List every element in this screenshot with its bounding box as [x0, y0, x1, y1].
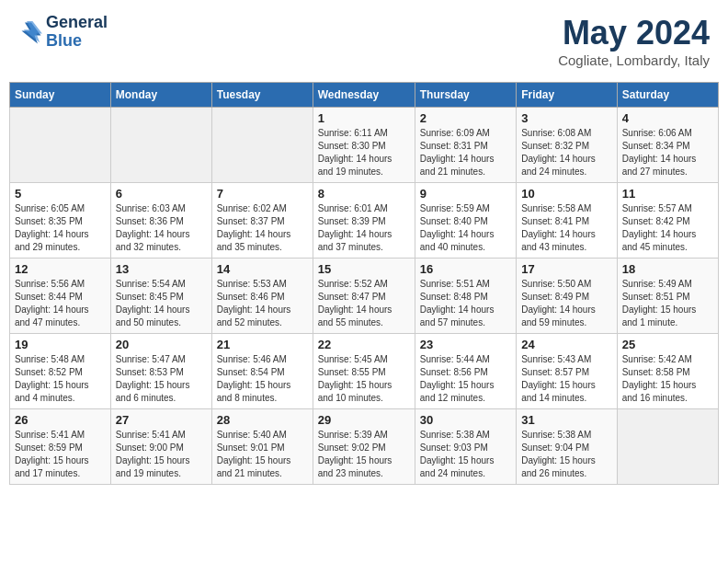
- day-number: 3: [521, 111, 612, 125]
- calendar-cell: 27Sunrise: 5:41 AM Sunset: 9:00 PM Dayli…: [110, 409, 211, 485]
- calendar-cell: 19Sunrise: 5:48 AM Sunset: 8:52 PM Dayli…: [10, 334, 111, 409]
- location-subtitle: Cogliate, Lombardy, Italy: [558, 52, 710, 68]
- calendar-week-4: 19Sunrise: 5:48 AM Sunset: 8:52 PM Dayli…: [10, 334, 719, 409]
- day-info: Sunrise: 5:52 AM Sunset: 8:47 PM Dayligh…: [318, 278, 410, 329]
- calendar-cell: 30Sunrise: 5:38 AM Sunset: 9:03 PM Dayli…: [415, 409, 516, 485]
- day-number: 27: [116, 413, 207, 427]
- day-number: 18: [622, 262, 713, 276]
- calendar-week-3: 12Sunrise: 5:56 AM Sunset: 8:44 PM Dayli…: [10, 259, 719, 334]
- calendar-cell: 5Sunrise: 6:05 AM Sunset: 8:35 PM Daylig…: [10, 183, 111, 259]
- calendar-cell: 20Sunrise: 5:47 AM Sunset: 8:53 PM Dayli…: [110, 334, 211, 409]
- day-info: Sunrise: 5:47 AM Sunset: 8:53 PM Dayligh…: [116, 353, 207, 405]
- day-number: 9: [420, 187, 511, 201]
- calendar-cell: 3Sunrise: 6:08 AM Sunset: 8:32 PM Daylig…: [517, 108, 618, 183]
- calendar-cell: 21Sunrise: 5:46 AM Sunset: 8:54 PM Dayli…: [211, 334, 313, 409]
- day-number: 21: [217, 338, 308, 351]
- logo-line1: General: [46, 14, 108, 32]
- day-number: 30: [420, 413, 511, 427]
- calendar-cell: 24Sunrise: 5:43 AM Sunset: 8:57 PM Dayli…: [517, 334, 618, 409]
- day-number: 1: [318, 111, 410, 125]
- title-block: May 2024 Cogliate, Lombardy, Italy: [558, 14, 710, 68]
- day-number: 4: [622, 111, 713, 125]
- day-info: Sunrise: 6:11 AM Sunset: 8:30 PM Dayligh…: [318, 127, 410, 178]
- day-info: Sunrise: 5:59 AM Sunset: 8:40 PM Dayligh…: [420, 202, 511, 254]
- weekday-header-wednesday: Wednesday: [313, 83, 415, 108]
- weekday-header-friday: Friday: [517, 83, 618, 108]
- calendar-cell: 6Sunrise: 6:03 AM Sunset: 8:36 PM Daylig…: [110, 183, 211, 259]
- day-number: 10: [521, 187, 612, 201]
- weekday-header-thursday: Thursday: [415, 83, 516, 108]
- day-number: 2: [420, 111, 511, 125]
- day-info: Sunrise: 5:45 AM Sunset: 8:55 PM Dayligh…: [318, 353, 410, 405]
- calendar-cell: 11Sunrise: 5:57 AM Sunset: 8:42 PM Dayli…: [617, 183, 718, 259]
- logo: General Blue: [18, 14, 108, 51]
- day-info: Sunrise: 5:40 AM Sunset: 9:01 PM Dayligh…: [217, 429, 308, 480]
- day-info: Sunrise: 5:42 AM Sunset: 8:58 PM Dayligh…: [622, 353, 713, 405]
- day-info: Sunrise: 5:38 AM Sunset: 9:03 PM Dayligh…: [420, 429, 511, 480]
- day-info: Sunrise: 5:50 AM Sunset: 8:49 PM Dayligh…: [521, 278, 612, 329]
- day-info: Sunrise: 5:43 AM Sunset: 8:57 PM Dayligh…: [521, 353, 612, 405]
- day-number: 24: [521, 338, 612, 351]
- day-number: 20: [116, 338, 207, 351]
- day-number: 26: [15, 413, 106, 427]
- calendar-cell: [211, 108, 313, 183]
- calendar-cell: 15Sunrise: 5:52 AM Sunset: 8:47 PM Dayli…: [313, 259, 415, 334]
- calendar-cell: 1Sunrise: 6:11 AM Sunset: 8:30 PM Daylig…: [313, 108, 415, 183]
- calendar-cell: 13Sunrise: 5:54 AM Sunset: 8:45 PM Dayli…: [110, 259, 211, 334]
- calendar-cell: 8Sunrise: 6:01 AM Sunset: 8:39 PM Daylig…: [313, 183, 415, 259]
- day-info: Sunrise: 6:09 AM Sunset: 8:31 PM Dayligh…: [420, 127, 511, 178]
- day-number: 22: [318, 338, 410, 351]
- day-number: 16: [420, 262, 511, 276]
- calendar-cell: 4Sunrise: 6:06 AM Sunset: 8:34 PM Daylig…: [617, 108, 718, 183]
- calendar-header-row: SundayMondayTuesdayWednesdayThursdayFrid…: [10, 83, 719, 108]
- day-info: Sunrise: 6:02 AM Sunset: 8:37 PM Dayligh…: [217, 202, 308, 254]
- day-info: Sunrise: 5:51 AM Sunset: 8:48 PM Dayligh…: [420, 278, 511, 329]
- day-info: Sunrise: 6:08 AM Sunset: 8:32 PM Dayligh…: [521, 127, 612, 178]
- day-info: Sunrise: 5:38 AM Sunset: 9:04 PM Dayligh…: [521, 429, 612, 480]
- calendar-cell: 2Sunrise: 6:09 AM Sunset: 8:31 PM Daylig…: [415, 108, 516, 183]
- day-number: 17: [521, 262, 612, 276]
- calendar-body: 1Sunrise: 6:11 AM Sunset: 8:30 PM Daylig…: [10, 108, 719, 485]
- calendar-cell: 12Sunrise: 5:56 AM Sunset: 8:44 PM Dayli…: [10, 259, 111, 334]
- weekday-header-tuesday: Tuesday: [211, 83, 313, 108]
- calendar-cell: 17Sunrise: 5:50 AM Sunset: 8:49 PM Dayli…: [517, 259, 618, 334]
- day-number: 28: [217, 413, 308, 427]
- day-info: Sunrise: 6:03 AM Sunset: 8:36 PM Dayligh…: [116, 202, 207, 254]
- calendar-cell: 22Sunrise: 5:45 AM Sunset: 8:55 PM Dayli…: [313, 334, 415, 409]
- calendar-cell: 29Sunrise: 5:39 AM Sunset: 9:02 PM Dayli…: [313, 409, 415, 485]
- day-info: Sunrise: 6:01 AM Sunset: 8:39 PM Dayligh…: [318, 202, 410, 254]
- day-info: Sunrise: 5:48 AM Sunset: 8:52 PM Dayligh…: [15, 353, 106, 405]
- day-info: Sunrise: 6:05 AM Sunset: 8:35 PM Dayligh…: [15, 202, 106, 254]
- day-info: Sunrise: 5:39 AM Sunset: 9:02 PM Dayligh…: [318, 429, 410, 480]
- calendar-cell: 14Sunrise: 5:53 AM Sunset: 8:46 PM Dayli…: [211, 259, 313, 334]
- day-number: 5: [15, 187, 106, 201]
- day-number: 12: [15, 262, 106, 276]
- calendar-cell: 26Sunrise: 5:41 AM Sunset: 8:59 PM Dayli…: [10, 409, 111, 485]
- calendar-week-5: 26Sunrise: 5:41 AM Sunset: 8:59 PM Dayli…: [10, 409, 719, 485]
- calendar-cell: [110, 108, 211, 183]
- calendar-cell: 25Sunrise: 5:42 AM Sunset: 8:58 PM Dayli…: [617, 334, 718, 409]
- weekday-header-sunday: Sunday: [10, 83, 111, 108]
- day-info: Sunrise: 5:44 AM Sunset: 8:56 PM Dayligh…: [420, 353, 511, 405]
- day-number: 23: [420, 338, 511, 351]
- calendar-table: SundayMondayTuesdayWednesdayThursdayFrid…: [9, 82, 719, 485]
- calendar-week-2: 5Sunrise: 6:05 AM Sunset: 8:35 PM Daylig…: [10, 183, 719, 259]
- weekday-header-saturday: Saturday: [617, 83, 718, 108]
- page-header: General Blue May 2024 Cogliate, Lombardy…: [9, 9, 719, 73]
- day-number: 13: [116, 262, 207, 276]
- day-number: 14: [217, 262, 308, 276]
- logo-icon: [18, 19, 44, 45]
- calendar-cell: 23Sunrise: 5:44 AM Sunset: 8:56 PM Dayli…: [415, 334, 516, 409]
- day-number: 7: [217, 187, 308, 201]
- day-number: 6: [116, 187, 207, 201]
- day-info: Sunrise: 6:06 AM Sunset: 8:34 PM Dayligh…: [622, 127, 713, 178]
- day-info: Sunrise: 5:41 AM Sunset: 9:00 PM Dayligh…: [116, 429, 207, 480]
- day-number: 11: [622, 187, 713, 201]
- month-title: May 2024: [558, 14, 710, 52]
- calendar-cell: 18Sunrise: 5:49 AM Sunset: 8:51 PM Dayli…: [617, 259, 718, 334]
- day-number: 25: [622, 338, 713, 351]
- day-info: Sunrise: 5:41 AM Sunset: 8:59 PM Dayligh…: [15, 429, 106, 480]
- logo-line2: Blue: [46, 32, 108, 51]
- day-number: 15: [318, 262, 410, 276]
- day-info: Sunrise: 5:56 AM Sunset: 8:44 PM Dayligh…: [15, 278, 106, 329]
